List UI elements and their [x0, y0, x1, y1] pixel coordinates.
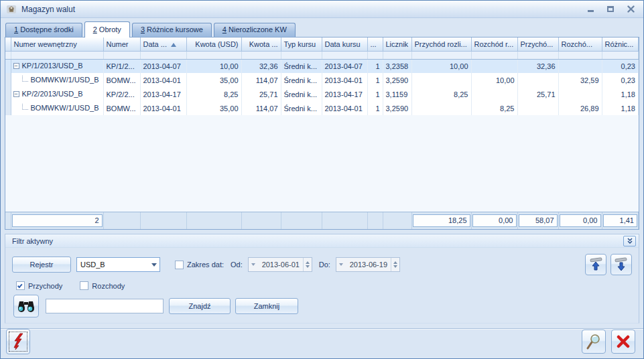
double-chevron-down-icon	[627, 238, 633, 244]
col-header-typ-kursu[interactable]: Typ kursu	[281, 38, 322, 51]
spin-down-icon	[306, 265, 310, 268]
transactions-grid-panel: Numer wewnętrzny Numer Data ... Kwota (U…	[5, 37, 639, 230]
expander-minus-icon[interactable]: −	[13, 91, 19, 97]
close-button[interactable]	[626, 5, 635, 13]
focus-rectangle	[9, 332, 27, 352]
summary-przychod-rozliczony: 18,25	[413, 214, 470, 227]
app-crest-icon	[6, 4, 17, 15]
magnifier-icon	[586, 334, 602, 350]
details-magnifier-button[interactable]	[582, 330, 606, 354]
do-label: Do:	[319, 261, 330, 269]
date-to-spinner[interactable]	[391, 258, 399, 271]
chevron-down-icon	[151, 263, 157, 267]
tab-dostepne-srodki[interactable]: 1 Dostępne środki	[5, 23, 82, 37]
rozchody-checkbox[interactable]	[80, 281, 88, 290]
rejestr-selected-value: USD_B	[77, 261, 149, 269]
spin-up-icon	[393, 261, 397, 264]
col-header-licznik[interactable]: Licznik	[383, 38, 411, 51]
tab-roznice-kursowe[interactable]: 3 Różnice kursowe	[132, 23, 212, 37]
grid-header-row: Numer wewnętrzny Numer Data ... Kwota (U…	[5, 38, 639, 51]
col-header-kwota-usd[interactable]: Kwota (USD)	[186, 38, 241, 51]
binoculars-icon	[17, 299, 36, 313]
grid-subheader-row	[5, 51, 639, 59]
minimize-icon	[588, 10, 594, 12]
arrow-down-roller-icon	[614, 257, 629, 272]
przychody-checkbox[interactable]	[16, 281, 25, 290]
arrow-up-roller-icon	[588, 257, 603, 272]
col-header-data[interactable]: Data ...	[140, 38, 186, 51]
bottom-toolbar	[1, 328, 643, 358]
grid-summary-row: 2 18,25 0,00 58,07 0,00 1,41	[5, 212, 639, 229]
magazyn-walut-window: Magazyn walut 1 Dostępne środki 2 Obroty…	[0, 0, 644, 359]
calendar-dropdown-icon	[251, 263, 255, 266]
close-icon	[627, 5, 635, 13]
col-header-data-kursu[interactable]: Data kursu	[322, 38, 367, 51]
date-to-value: 2013-06-19	[346, 261, 391, 269]
table-row[interactable]: −KP/2/2013/USD_B KP/2/2... 2013-04-17 8,…	[5, 87, 639, 101]
row-selector-header	[5, 38, 11, 51]
window-title: Magazyn walut	[21, 5, 75, 14]
col-header-rozchod[interactable]: Rozchó...	[558, 38, 602, 51]
przychody-label: Przychody	[28, 282, 62, 290]
collapse-filter-button[interactable]	[623, 236, 636, 246]
apply-filter-lightning-button[interactable]	[6, 329, 30, 354]
check-icon	[17, 283, 23, 288]
rejestr-select[interactable]: USD_B	[76, 257, 160, 272]
expander-minus-icon[interactable]: −	[13, 63, 19, 69]
col-header-przychod-rozliczony[interactable]: Przychód rozli...	[411, 38, 471, 51]
zakres-dat-checkbox[interactable]	[175, 261, 184, 269]
rozchody-label: Rozchody	[92, 282, 125, 290]
maximize-icon	[607, 6, 614, 12]
close-window-button[interactable]	[611, 330, 635, 354]
table-row[interactable]: BOMWKW/1/USD_B BOMW... 2013-04-01 35,00 …	[5, 101, 639, 115]
table-row[interactable]: BOMWKW/1/USD_B BOMW... 2013-04-01 35,00 …	[5, 73, 639, 87]
date-from-spinner[interactable]	[303, 258, 312, 271]
summary-rozchod: 0,00	[560, 214, 601, 227]
date-from-field[interactable]: 2013-06-01	[248, 257, 312, 272]
tab-obroty[interactable]: 2 Obroty	[84, 21, 130, 38]
calendar-dropdown-icon	[339, 263, 343, 266]
sort-ascending-icon	[171, 43, 176, 47]
znajdz-button[interactable]: Znajdź	[169, 298, 231, 314]
find-binoculars-button[interactable]	[13, 295, 39, 317]
filter-rolldown-button[interactable]	[610, 254, 632, 275]
col-header-roznica[interactable]: Różnic...	[602, 38, 639, 51]
zakres-dat-label: Zakres dat:	[187, 261, 224, 269]
col-header-kwota[interactable]: Kwota ...	[241, 38, 281, 51]
summary-rozchod-rozliczony: 0,00	[472, 214, 517, 227]
title-bar: Magazyn walut	[1, 1, 643, 18]
red-x-icon	[616, 334, 631, 349]
filter-panel: Filtr aktywny Rejestr USD_B Zakres dat: …	[5, 234, 639, 324]
od-label: Od:	[231, 261, 243, 269]
summary-roznica: 1,41	[603, 214, 638, 227]
col-header-przychod[interactable]: Przychó...	[517, 38, 558, 51]
filter-rollup-button[interactable]	[585, 254, 606, 275]
maximize-button[interactable]	[606, 5, 615, 13]
table-row[interactable]: −KP/1/2013/USD_B KP/1/2... 2013-04-07 10…	[5, 59, 639, 73]
col-header-numer[interactable]: Numer	[103, 38, 140, 51]
col-header-numer-wewnetrzny[interactable]: Numer wewnętrzny	[11, 38, 103, 51]
date-from-value: 2013-06-01	[259, 261, 303, 269]
minimize-button[interactable]	[586, 5, 595, 13]
tab-nierozliczone-kw[interactable]: 4 Nierozliczone KW	[214, 23, 296, 37]
zamknij-button[interactable]: Zamknij	[235, 298, 298, 314]
spin-up-icon	[306, 261, 310, 264]
summary-count: 2	[12, 214, 103, 227]
tab-strip: 1 Dostępne środki 2 Obroty 3 Różnice kur…	[1, 18, 643, 37]
spin-down-icon	[393, 265, 397, 268]
tree-connector-icon	[22, 76, 28, 82]
summary-przychod: 58,07	[519, 214, 558, 227]
date-to-field[interactable]: 2013-06-19	[336, 257, 400, 272]
filter-panel-title: Filtr aktywny	[12, 237, 53, 245]
rejestr-button[interactable]: Rejestr	[12, 257, 71, 273]
col-header-rozchod-rozliczony[interactable]: Rozchód r...	[471, 38, 517, 51]
search-input[interactable]	[46, 299, 164, 313]
grid-empty-area	[5, 115, 639, 212]
col-header-ellipsis[interactable]: ...	[367, 38, 383, 51]
tree-connector-icon	[22, 104, 28, 110]
